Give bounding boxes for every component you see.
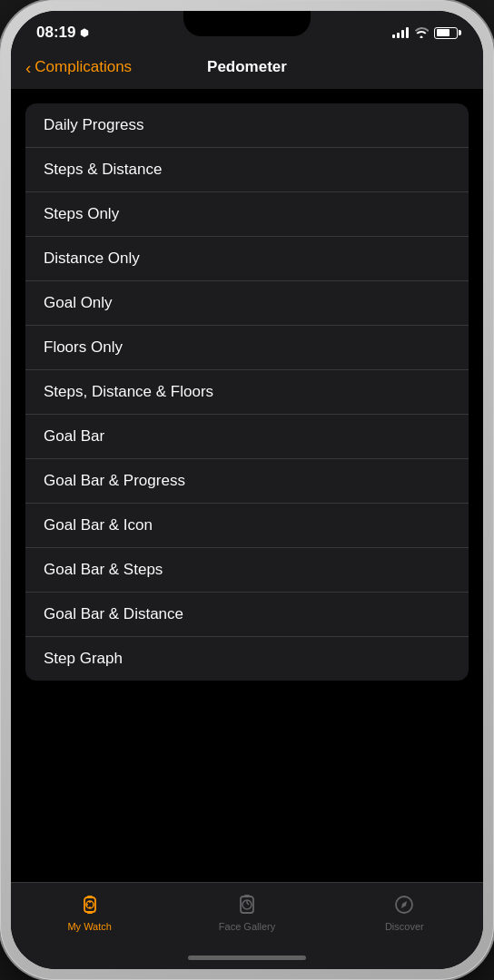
list-item-label: Steps Only xyxy=(44,205,119,223)
tab-discover[interactable]: Discover xyxy=(326,892,483,932)
signal-icon xyxy=(392,27,409,38)
phone-frame: 08:19 ⬢ xyxy=(0,0,494,980)
list-item-label: Goal Bar xyxy=(44,427,104,446)
location-icon: ⬢ xyxy=(80,27,89,39)
list-item[interactable]: Steps & Distance xyxy=(25,148,469,192)
list-item[interactable]: Goal Bar & Distance xyxy=(25,593,469,637)
list-item[interactable]: Goal Bar xyxy=(25,415,469,459)
list-item-label: Floors Only xyxy=(44,338,123,357)
status-time: 08:19 ⬢ xyxy=(36,24,89,42)
list-item-label: Goal Bar & Icon xyxy=(44,516,153,534)
back-chevron-icon: ‹ xyxy=(25,59,31,76)
svg-line-10 xyxy=(247,903,249,905)
back-button[interactable]: ‹ Complications xyxy=(25,58,132,76)
page-title: Pedometer xyxy=(207,58,287,76)
back-label: Complications xyxy=(35,58,132,76)
status-icons xyxy=(392,27,458,39)
discover-tab-label: Discover xyxy=(385,921,424,932)
tab-my-watch[interactable]: My Watch xyxy=(11,892,168,932)
battery-icon xyxy=(434,27,458,39)
list-item[interactable]: Daily Progress xyxy=(25,103,469,148)
list-item[interactable]: Steps Only xyxy=(25,192,469,237)
list-item-label: Goal Bar & Distance xyxy=(44,605,183,623)
time-display: 08:19 xyxy=(36,24,75,42)
my-watch-tab-label: My Watch xyxy=(67,921,112,932)
list-item-label: Steps, Distance & Floors xyxy=(44,383,213,401)
face-gallery-tab-label: Face Gallery xyxy=(219,921,275,932)
discover-icon xyxy=(391,892,417,917)
list-item[interactable]: Goal Bar & Progress xyxy=(25,459,469,504)
list-item-label: Step Graph xyxy=(44,650,123,668)
tab-bar: My Watch Face Gallery Discover xyxy=(11,882,483,950)
svg-rect-6 xyxy=(87,912,93,914)
list-item-label: Distance Only xyxy=(44,250,140,268)
svg-rect-11 xyxy=(244,895,250,897)
content-area: Daily ProgressSteps & DistanceSteps Only… xyxy=(11,89,483,882)
svg-marker-13 xyxy=(401,901,407,908)
list-item-label: Goal Only xyxy=(44,294,113,312)
nav-header: ‹ Complications Pedometer xyxy=(11,49,483,89)
list-item[interactable]: Step Graph xyxy=(25,637,469,681)
list-item-label: Daily Progress xyxy=(44,116,144,134)
home-indicator xyxy=(11,950,483,969)
list-item[interactable]: Goal Bar & Icon xyxy=(25,504,469,548)
list-section: Daily ProgressSteps & DistanceSteps Only… xyxy=(25,103,469,681)
my-watch-icon xyxy=(77,892,103,917)
list-item[interactable]: Goal Bar & Steps xyxy=(25,548,469,593)
list-item[interactable]: Distance Only xyxy=(25,237,469,281)
list-item[interactable]: Goal Only xyxy=(25,281,469,326)
list-item-label: Goal Bar & Steps xyxy=(44,561,163,579)
list-item[interactable]: Steps, Distance & Floors xyxy=(25,370,469,415)
phone-screen: 08:19 ⬢ xyxy=(11,11,483,969)
list-item-label: Goal Bar & Progress xyxy=(44,472,185,490)
list-item-label: Steps & Distance xyxy=(44,161,162,179)
wifi-icon xyxy=(414,27,429,38)
svg-rect-5 xyxy=(87,896,93,897)
tab-face-gallery[interactable]: Face Gallery xyxy=(168,892,325,932)
list-item[interactable]: Floors Only xyxy=(25,326,469,370)
notch xyxy=(183,11,311,36)
face-gallery-icon xyxy=(234,892,260,917)
